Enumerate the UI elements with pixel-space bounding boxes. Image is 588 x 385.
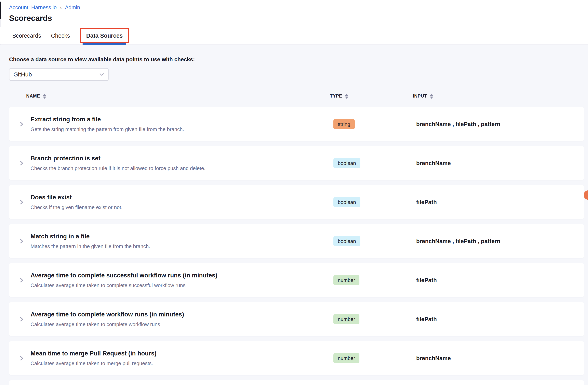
- scorecards-page: Account: Harness.io › Admin Scorecards S…: [0, 0, 588, 385]
- column-header-type-label: TYPE: [330, 93, 342, 99]
- type-badge: boolean: [334, 158, 360, 168]
- tab-data-sources[interactable]: Data Sources: [86, 33, 123, 39]
- table-row[interactable]: Mean time to merge Pull Request (in hour…: [9, 341, 584, 375]
- table-row[interactable]: Does file exist Checks if the given file…: [9, 185, 584, 219]
- data-points-table: NAME TYPE INPUT Extract string from a fi…: [9, 93, 588, 385]
- type-badge: number: [334, 314, 359, 324]
- sort-icon: [345, 94, 348, 99]
- breadcrumb-separator-icon: ›: [60, 4, 62, 11]
- table-row-partial: [9, 380, 584, 385]
- page-title: Scorecards: [9, 14, 588, 23]
- data-point-description: Checks if the given filename exist or no…: [31, 204, 123, 211]
- input-params: filePath: [416, 316, 437, 322]
- chevron-right-icon[interactable]: [18, 199, 25, 206]
- left-edge-artifact: [0, 1, 1, 19]
- breadcrumb-account-link[interactable]: Account: Harness.io: [9, 4, 57, 11]
- data-point-description: Calculates average time taken to complet…: [31, 282, 217, 288]
- data-point-name: Mean time to merge Pull Request (in hour…: [31, 350, 156, 357]
- column-header-name[interactable]: NAME: [26, 93, 46, 99]
- sort-icon: [430, 94, 433, 99]
- breadcrumb: Account: Harness.io › Admin: [9, 4, 588, 11]
- row-text-block: Match string in a file Matches the patte…: [31, 233, 150, 249]
- input-params: branchName: [416, 160, 451, 167]
- type-badge: number: [334, 353, 359, 363]
- column-header-type[interactable]: TYPE: [330, 93, 348, 99]
- data-point-description: Calculates average time taken to complet…: [31, 321, 184, 327]
- type-badge: boolean: [334, 236, 360, 246]
- data-point-name: Average time to complete successful work…: [31, 272, 217, 279]
- data-point-name: Does file exist: [31, 194, 123, 201]
- data-point-name: Extract string from a file: [31, 116, 184, 123]
- sort-icon: [43, 94, 46, 99]
- input-params: filePath: [416, 199, 437, 206]
- input-params: branchName , filePath , pattern: [416, 238, 500, 244]
- row-text-block: Branch protection is set Checks the bran…: [31, 155, 205, 171]
- row-text-block: Average time to complete successful work…: [31, 272, 217, 288]
- table-header: NAME TYPE INPUT: [9, 93, 588, 103]
- data-source-chooser-label: Choose a data source to view available d…: [9, 56, 588, 63]
- chevron-right-icon[interactable]: [18, 238, 25, 244]
- column-header-name-label: NAME: [26, 93, 40, 99]
- data-point-description: Gets the string matching the pattern fro…: [31, 126, 184, 132]
- data-point-description: Checks the branch protection rule if it …: [31, 165, 205, 171]
- data-source-select[interactable]: GitHub: [9, 68, 108, 81]
- breadcrumb-admin-link[interactable]: Admin: [65, 4, 80, 11]
- row-text-block: Does file exist Checks if the given file…: [31, 194, 123, 211]
- table-row[interactable]: Average time to complete successful work…: [9, 263, 584, 297]
- tab-scorecards[interactable]: Scorecards: [12, 33, 41, 39]
- data-sources-panel: Choose a data source to view available d…: [0, 45, 588, 385]
- row-text-block: Mean time to merge Pull Request (in hour…: [31, 350, 156, 366]
- row-text-block: Extract string from a file Gets the stri…: [31, 116, 184, 132]
- table-row[interactable]: Average time to complete workflow runs (…: [9, 302, 584, 336]
- page-header: Account: Harness.io › Admin Scorecards: [0, 0, 588, 27]
- input-params: filePath: [416, 277, 437, 283]
- type-badge: string: [334, 119, 355, 129]
- table-row[interactable]: Branch protection is set Checks the bran…: [9, 146, 584, 180]
- input-params: branchName , filePath , pattern: [416, 121, 500, 128]
- data-point-description: Matches the pattern in the given file fr…: [31, 243, 150, 249]
- table-rows: Extract string from a file Gets the stri…: [9, 107, 584, 385]
- table-row[interactable]: Match string in a file Matches the patte…: [9, 224, 584, 258]
- type-badge: number: [334, 275, 359, 285]
- chevron-right-icon[interactable]: [18, 121, 25, 128]
- tab-checks[interactable]: Checks: [51, 33, 70, 39]
- data-point-name: Average time to complete workflow runs (…: [31, 311, 184, 318]
- tab-bar: Scorecards Checks Data Sources: [0, 27, 588, 44]
- input-params: branchName: [416, 355, 451, 362]
- chevron-right-icon[interactable]: [18, 160, 25, 167]
- data-source-selected-value: GitHub: [13, 71, 32, 78]
- data-point-name: Match string in a file: [31, 233, 150, 240]
- data-point-description: Calculates average time taken to merge p…: [31, 360, 156, 366]
- column-header-input-label: INPUT: [413, 93, 427, 99]
- chevron-right-icon[interactable]: [18, 316, 25, 322]
- annotation-highlight-box: Data Sources: [80, 28, 129, 43]
- data-point-name: Branch protection is set: [31, 155, 205, 162]
- column-header-input[interactable]: INPUT: [413, 93, 433, 99]
- chevron-right-icon[interactable]: [18, 277, 25, 283]
- active-tab-indicator: [83, 43, 126, 45]
- chevron-right-icon[interactable]: [18, 355, 25, 362]
- type-badge: boolean: [334, 197, 360, 207]
- table-row[interactable]: Extract string from a file Gets the stri…: [9, 107, 584, 141]
- row-text-block: Average time to complete workflow runs (…: [31, 311, 184, 327]
- chevron-down-icon: [98, 71, 105, 78]
